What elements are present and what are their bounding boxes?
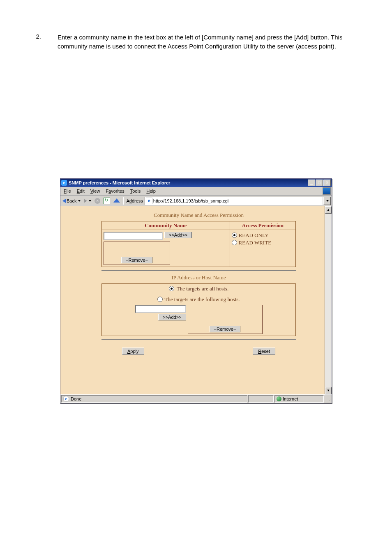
host-listbox[interactable]: −Remove− [188, 305, 263, 334]
menu-favorites[interactable]: Favorites [103, 188, 127, 194]
stop-icon: × [95, 198, 100, 204]
address-dropdown-button[interactable] [323, 197, 331, 205]
status-zone: Internet [274, 395, 324, 403]
community-listbox[interactable]: −Remove− [104, 242, 170, 265]
community-table: Community Name Access Permission >>Add>>… [101, 221, 296, 267]
radio-icon [232, 233, 237, 238]
internet-zone-icon [277, 396, 281, 401]
title-bar: e SNMP preferences - Microsoft Internet … [60, 179, 332, 187]
page-content: Community Name and Access Permission Com… [60, 206, 325, 394]
menu-edit[interactable]: Edit [74, 188, 87, 194]
col-access-permission: Access Permission [230, 221, 295, 230]
address-label: Address [125, 198, 143, 203]
instruction-row: 2. Enter a community name in the text bo… [25, 33, 367, 51]
hosts-table: The targets are all hosts. The targets a… [101, 283, 296, 336]
back-arrow-icon [62, 199, 66, 203]
refresh-icon [104, 198, 110, 204]
menu-help[interactable]: Help [144, 188, 158, 194]
forward-button[interactable] [83, 198, 92, 203]
address-bar[interactable]: e http://192.168.1.193/tsb/tsb_snmp.cgi [145, 197, 323, 205]
status-text: Done [71, 396, 81, 401]
toolbar-separator [123, 197, 124, 205]
radio-all-hosts-label: The targets are all hosts. [177, 286, 228, 292]
radio-read-only[interactable]: READ ONLY [232, 232, 294, 239]
status-segment [248, 395, 274, 403]
window-title: SNMP preferences - Microsoft Internet Ex… [69, 180, 306, 185]
page-favicon-icon: e [146, 198, 152, 204]
host-remove-button[interactable]: −Remove− [210, 326, 241, 332]
radio-all-hosts[interactable]: The targets are all hosts. [101, 283, 296, 294]
dropdown-icon [89, 200, 91, 202]
community-remove-button[interactable]: −Remove− [121, 257, 152, 263]
radio-read-only-label: READ ONLY [239, 232, 269, 239]
ie-window: e SNMP preferences - Microsoft Internet … [60, 178, 332, 403]
scroll-up-button[interactable]: ▲ [325, 206, 332, 214]
minimize-button[interactable]: _ [308, 180, 315, 186]
radio-icon [157, 297, 163, 302]
reset-button[interactable]: Reset [253, 348, 275, 355]
menu-view[interactable]: View [88, 188, 103, 194]
section-hosts-title: IP Address or Host Name [101, 274, 296, 281]
instruction-number: 2. [25, 33, 41, 51]
menu-file[interactable]: File [61, 188, 74, 194]
separator [101, 270, 296, 271]
host-add-button[interactable]: >>Add>> [158, 314, 186, 320]
radio-following-hosts[interactable]: The targets are the following hosts. [157, 296, 240, 303]
menu-tools[interactable]: Tools [128, 188, 143, 194]
section-community-title: Community Name and Access Permission [101, 212, 296, 219]
col-community-name: Community Name [102, 221, 230, 230]
toolbar: Back × Address e http://192.168.1.193/ts… [60, 196, 332, 206]
screenshot-wrapper: e SNMP preferences - Microsoft Internet … [25, 178, 367, 403]
scroll-down-button[interactable]: ▼ [325, 387, 332, 394]
status-page-icon: e [63, 396, 69, 402]
status-bar: e Done Internet ⋰ [60, 394, 332, 403]
scroll-track[interactable] [325, 214, 332, 387]
address-url: http://192.168.1.193/tsb/tsb_snmp.cgi [153, 198, 228, 203]
stop-button[interactable]: × [93, 198, 101, 204]
instruction-text: Enter a community name in the text box a… [58, 33, 367, 51]
back-label: Back [67, 198, 76, 203]
dropdown-icon [326, 200, 329, 202]
home-icon [113, 198, 120, 203]
home-button[interactable] [112, 198, 121, 203]
apply-button[interactable]: Apply [122, 348, 144, 355]
separator [101, 339, 296, 340]
radio-icon [232, 240, 237, 245]
radio-icon [169, 286, 174, 291]
resize-grip-icon[interactable]: ⋰ [325, 395, 331, 402]
status-zone-label: Internet [283, 396, 298, 401]
menu-bar: File Edit View Favorites Tools Help [60, 187, 332, 196]
refresh-button[interactable] [102, 197, 111, 205]
forward-arrow-icon [84, 199, 87, 203]
radio-read-write[interactable]: READ WRITE [232, 239, 294, 246]
host-input[interactable] [135, 305, 186, 313]
ie-logo-icon: e [61, 180, 67, 186]
maximize-button[interactable]: □ [316, 180, 323, 186]
close-button[interactable]: × [323, 180, 331, 186]
radio-read-write-label: READ WRITE [239, 240, 272, 246]
back-button[interactable]: Back [61, 198, 82, 204]
ie-throbber-icon [323, 187, 331, 195]
vertical-scrollbar[interactable]: ▲ ▼ [325, 206, 332, 394]
dropdown-icon [78, 200, 81, 202]
radio-following-hosts-label: The targets are the following hosts. [164, 296, 240, 303]
community-name-input[interactable] [104, 232, 163, 240]
community-add-button[interactable]: >>Add>> [164, 232, 192, 238]
